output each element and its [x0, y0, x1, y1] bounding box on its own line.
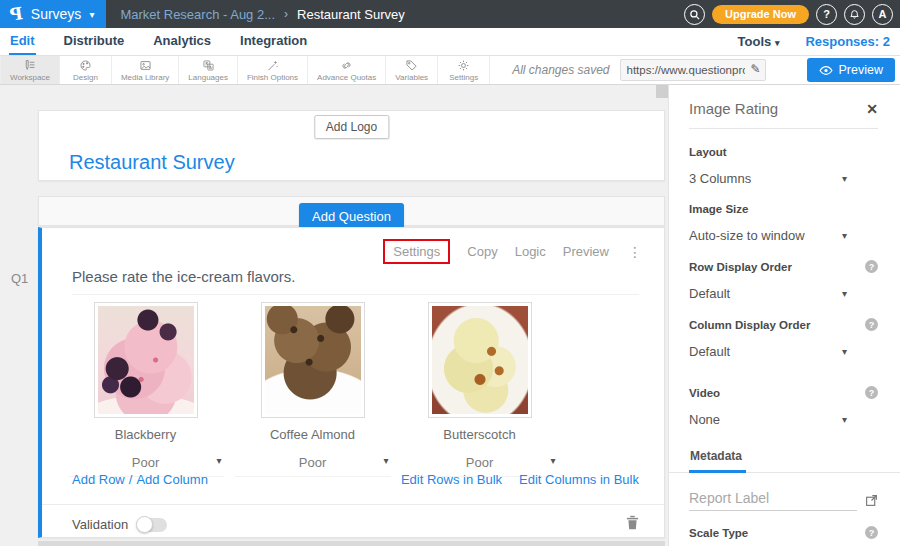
- row-display-order-dropdown[interactable]: Default ▾: [689, 286, 847, 301]
- toolbar-item-languages[interactable]: Languages: [179, 56, 238, 84]
- search-icon: [689, 9, 700, 20]
- validation-row: Validation: [72, 515, 639, 534]
- coffee-almond-image[interactable]: [261, 302, 365, 418]
- image-rating-item: Blackberry Poor ▾: [62, 302, 229, 477]
- validation-toggle[interactable]: [137, 518, 167, 532]
- add-question-button[interactable]: Add Question: [299, 203, 404, 230]
- toolbar-item-media-library[interactable]: Media Library: [112, 56, 179, 84]
- help-icon[interactable]: ?: [865, 526, 878, 539]
- tab-analytics[interactable]: Analytics: [152, 28, 212, 55]
- help-button[interactable]: ?: [816, 4, 837, 25]
- field-video: Video ? None ▾: [689, 386, 878, 427]
- account-avatar[interactable]: A: [872, 4, 893, 25]
- tools-dropdown[interactable]: Tools ▾: [738, 34, 780, 49]
- question-settings-action[interactable]: Settings: [393, 244, 440, 259]
- questionpro-logo-icon: P: [9, 3, 24, 25]
- help-icon[interactable]: ?: [865, 260, 878, 273]
- question-copy-action[interactable]: Copy: [467, 244, 497, 259]
- question-number: Q1: [11, 271, 28, 286]
- breadcrumb-separator-icon: ›: [284, 7, 288, 21]
- toolbar-item-variables[interactable]: Variables: [386, 56, 438, 84]
- surveys-menu[interactable]: P Surveys ▾: [0, 0, 106, 28]
- question-logic-action[interactable]: Logic: [515, 244, 546, 259]
- edit-url-pencil-icon[interactable]: ✎: [750, 62, 760, 76]
- top-bar: P Surveys ▾ Market Research - Aug 2... ›…: [0, 0, 900, 28]
- expand-icon[interactable]: [865, 493, 878, 511]
- delete-question-button[interactable]: [626, 515, 639, 534]
- chevron-down-icon: ▾: [216, 455, 221, 466]
- column-display-order-dropdown[interactable]: Default ▾: [689, 344, 847, 359]
- survey-url-input[interactable]: [620, 59, 766, 81]
- toolbar-item-finish-options[interactable]: Finish Options: [238, 56, 308, 84]
- notifications-button[interactable]: [844, 4, 865, 25]
- main-scrollbar-thumb[interactable]: [656, 85, 668, 98]
- tab-edit[interactable]: Edit: [9, 28, 36, 55]
- image-size-dropdown[interactable]: Auto-size to window ▾: [689, 228, 847, 243]
- edit-rows-bulk-link[interactable]: Edit Rows in Bulk: [401, 472, 502, 487]
- image-label[interactable]: Coffee Almond: [229, 427, 396, 442]
- add-row-link[interactable]: Add Row: [72, 472, 125, 487]
- toolbar-item-design[interactable]: Design: [60, 56, 112, 84]
- chevron-down-icon: ▾: [842, 288, 847, 299]
- image-rating-item: Butterscotch Poor ▾: [396, 302, 563, 477]
- toolbar-item-workspace[interactable]: Workspace: [0, 56, 60, 84]
- blackberry-image[interactable]: [94, 302, 198, 418]
- chevron-down-icon: ▾: [550, 455, 555, 466]
- question-preview-action[interactable]: Preview: [563, 244, 609, 259]
- image-rating-grid: Blackberry Poor ▾ Coffee Almond Poor ▾: [62, 302, 644, 477]
- next-card-edge: [38, 541, 665, 546]
- video-dropdown[interactable]: None ▾: [689, 412, 847, 427]
- report-label-input[interactable]: [689, 488, 857, 511]
- chevron-down-icon: ▾: [89, 9, 94, 20]
- toolbar-item-advance-quotas[interactable]: Advance Quotas: [308, 56, 386, 84]
- breadcrumb-parent[interactable]: Market Research - Aug 2...: [120, 7, 275, 22]
- butterscotch-image[interactable]: [428, 302, 532, 418]
- layout-dropdown[interactable]: 3 Columns ▾: [689, 171, 847, 186]
- tab-metadata[interactable]: Metadata: [689, 449, 746, 473]
- tag-icon: [405, 59, 418, 72]
- responses-count[interactable]: Responses: 2: [805, 34, 890, 49]
- link-separator: /: [129, 472, 133, 487]
- survey-title[interactable]: Restaurant Survey: [69, 151, 235, 174]
- question-card: Settings Copy Logic Preview ⋮ Please rat…: [38, 227, 665, 538]
- help-icon[interactable]: ?: [865, 386, 878, 399]
- report-label-row: [689, 488, 878, 511]
- upgrade-now-button[interactable]: Upgrade Now: [712, 5, 809, 24]
- question-text[interactable]: Please rate the ice-cream flavors.: [72, 268, 295, 285]
- tab-integration[interactable]: Integration: [239, 28, 308, 55]
- question-actions: Settings Copy Logic Preview ⋮: [383, 239, 642, 264]
- chevron-down-icon: ▾: [842, 346, 847, 357]
- tab-distribute[interactable]: Distribute: [63, 28, 126, 55]
- translate-icon: [202, 59, 215, 72]
- magic-wand-icon: [266, 59, 279, 72]
- metadata-section: Metadata: [689, 446, 878, 473]
- toolbar-item-settings[interactable]: Settings: [438, 56, 490, 84]
- workspace-icon: [23, 59, 36, 72]
- chevron-down-icon: ▾: [842, 414, 847, 425]
- field-row-display-order: Row Display Order ? Default ▾: [689, 260, 878, 301]
- preview-button[interactable]: Preview: [807, 58, 895, 82]
- chevron-down-icon: ▾: [775, 38, 780, 48]
- help-icon[interactable]: ?: [865, 318, 878, 331]
- panel-title: Image Rating: [689, 100, 778, 117]
- image-label[interactable]: Blackberry: [62, 427, 229, 442]
- toggle-knob: [136, 516, 153, 533]
- add-column-link[interactable]: Add Column: [136, 472, 208, 487]
- topbar-actions: Upgrade Now ? A: [684, 0, 893, 28]
- add-logo-button[interactable]: Add Logo: [314, 115, 389, 139]
- search-button[interactable]: [684, 4, 705, 25]
- close-icon[interactable]: ✕: [866, 101, 878, 117]
- field-column-display-order: Column Display Order ? Default ▾: [689, 318, 878, 359]
- kebab-menu-icon[interactable]: ⋮: [628, 244, 642, 260]
- breadcrumb-current: Restaurant Survey: [297, 7, 405, 22]
- survey-header-card: Add Logo Restaurant Survey: [38, 110, 665, 181]
- blackberry-ice-cream-photo: [98, 306, 194, 414]
- chevron-down-icon: ▾: [842, 230, 847, 241]
- validation-divider: [42, 504, 664, 505]
- image-rating-settings-panel: Image Rating ✕ Layout 3 Columns ▾ Image …: [668, 85, 900, 546]
- butterscotch-ice-cream-photo: [432, 306, 528, 414]
- palette-icon: [79, 59, 92, 72]
- survey-canvas: Add Logo Restaurant Survey Add Question …: [0, 85, 668, 546]
- edit-columns-bulk-link[interactable]: Edit Columns in Bulk: [519, 472, 639, 487]
- image-label[interactable]: Butterscotch: [396, 427, 563, 442]
